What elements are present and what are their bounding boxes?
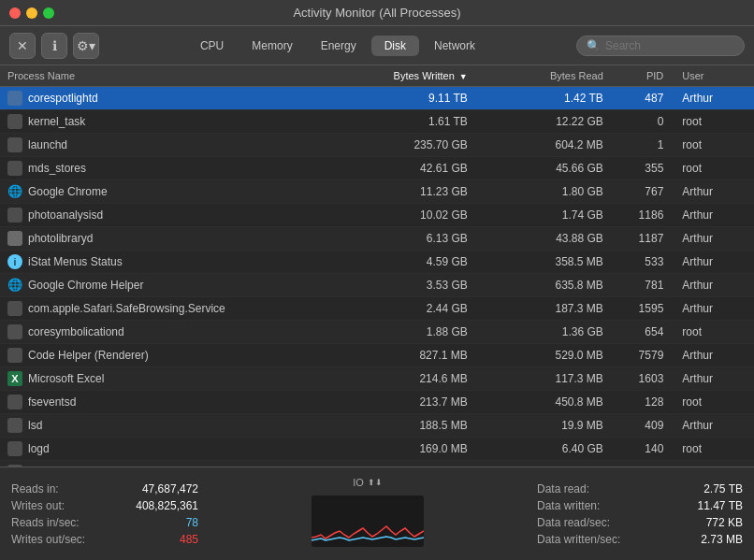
col-header-pid[interactable]: PID [611, 65, 671, 87]
process-name-cell: kernel_task [0, 110, 340, 134]
table-row[interactable]: com.apple.Safari.SafeBrowsing.Service 2.… [0, 297, 754, 321]
user-cell: Arthur [671, 204, 754, 227]
info-button[interactable]: ℹ [41, 33, 67, 59]
process-name-cell: launchd [0, 134, 340, 157]
table-row[interactable]: X Microsoft Excel 214.6 MB 117.3 MB 1603… [0, 367, 754, 391]
process-icon [7, 91, 22, 106]
bytes-written-cell: 169.0 MB [340, 438, 475, 461]
col-header-user[interactable]: User [671, 65, 754, 87]
table-row[interactable]: i iStat Menus Status 4.59 GB 358.5 MB 53… [0, 251, 754, 274]
bytes-read-cell: 1.74 GB [475, 204, 611, 227]
table-row[interactable]: Code Helper (Renderer) 827.1 MB 529.0 MB… [0, 344, 754, 367]
user-cell: root [671, 391, 754, 414]
table-row[interactable]: 🌐 Google Chrome 11.23 GB 1.80 GB 767 Art… [0, 180, 754, 204]
process-name: mds_stores [28, 162, 86, 175]
table-row[interactable]: mds_stores 42.61 GB 45.66 GB 355 root [0, 157, 754, 180]
table-row[interactable]: coresymbolicationd 1.88 GB 1.36 GB 654 r… [0, 321, 754, 344]
gear-button[interactable]: ⚙▾ [73, 33, 99, 59]
table-row[interactable]: logd 169.0 MB 6.40 GB 140 root [0, 438, 754, 461]
x-icon: ✕ [17, 38, 28, 53]
bytes-read-cell: 1.42 TB [475, 87, 611, 110]
search-input[interactable] [605, 39, 727, 52]
process-icon [7, 465, 22, 467]
maximize-button[interactable] [43, 7, 54, 19]
process-name: Google Chrome [28, 185, 108, 198]
process-cell: mds_stores [7, 161, 332, 176]
bytes-read-cell: 45.66 GB [475, 157, 611, 180]
process-name-cell: corespotlightd [0, 87, 340, 110]
chrome-icon: 🌐 [7, 184, 22, 199]
process-cell: coresymbolicationd [7, 324, 332, 339]
close-icon-btn[interactable]: ✕ [9, 33, 36, 59]
process-cell: logd [7, 441, 332, 456]
table-row[interactable]: 🌐 Google Chrome Helper 3.53 GB 635.8 MB … [0, 274, 754, 297]
col-header-process[interactable]: Process Name [0, 65, 340, 87]
istat-icon: i [7, 254, 22, 269]
bytes-read-cell: 43.88 GB [475, 227, 611, 251]
pid-cell: 767 [611, 180, 671, 204]
data-written-per-sec-value: 2.73 MB [701, 533, 743, 546]
process-name-cell: fseventsd [0, 391, 340, 414]
window-controls [9, 7, 54, 19]
user-cell: Arthur [671, 297, 754, 321]
process-name-cell: i iStat Menus Status [0, 251, 340, 274]
bytes-written-cell: 1.61 TB [340, 110, 475, 134]
process-name: kernel_task [28, 115, 85, 128]
process-cell: photolibraryd [7, 231, 332, 246]
tab-energy[interactable]: Energy [308, 36, 370, 56]
bottom-stats-left: Reads in: 47,687,472 Writes out: 408,825… [11, 482, 198, 546]
tab-memory[interactable]: Memory [239, 36, 305, 56]
user-cell: root [671, 134, 754, 157]
tab-disk[interactable]: Disk [371, 36, 419, 56]
bytes-written-cell: 6.13 GB [340, 227, 475, 251]
reads-in-label: Reads in: [11, 482, 59, 495]
table-row[interactable]: fseventsd 213.7 MB 450.8 MB 128 root [0, 391, 754, 414]
table-body: corespotlightd 9.11 TB 1.42 TB 487 Arthu… [0, 87, 754, 467]
pid-cell: 0 [611, 110, 671, 134]
chrome-icon: 🌐 [7, 278, 22, 293]
table-row[interactable]: photolibraryd 6.13 GB 43.88 GB 1187 Arth… [0, 227, 754, 251]
process-table-container[interactable]: Process Name Bytes Written ▼ Bytes Read … [0, 65, 754, 467]
process-icon [7, 324, 22, 339]
tab-cpu[interactable]: CPU [187, 36, 237, 56]
process-icon [7, 441, 22, 456]
col-header-bytes-read[interactable]: Bytes Read [475, 65, 611, 87]
process-cell: com.apple.Safari.SafeBrowsing.Service [7, 301, 332, 316]
data-read-per-sec-label: Data read/sec: [537, 516, 610, 529]
process-icon [7, 161, 22, 176]
table-row[interactable]: photoanalysisd 10.02 GB 1.74 GB 1186 Art… [0, 204, 754, 227]
process-name: com.apple.Safari.SafeBrowsing.Service [28, 302, 225, 315]
tab-network[interactable]: Network [421, 36, 488, 56]
bytes-written-cell: 213.7 MB [340, 391, 475, 414]
pid-cell: 7579 [611, 344, 671, 367]
process-name: lsd [28, 419, 42, 432]
process-name-cell: photolibraryd [0, 227, 340, 251]
io-label: IO ⬆⬇ [353, 477, 383, 488]
minimize-button[interactable] [26, 7, 37, 19]
bytes-read-cell: 6.40 GB [475, 438, 611, 461]
process-name-cell: mds_stores [0, 157, 340, 180]
table-row[interactable]: kernel_task 1.61 TB 12.22 GB 0 root [0, 110, 754, 134]
process-name: photolibraryd [28, 232, 93, 245]
io-chevron-icon: ⬆⬇ [368, 478, 383, 487]
bytes-read-cell: 604.2 MB [475, 134, 611, 157]
pid-cell: 1603 [611, 367, 671, 391]
process-cell: launchd [7, 137, 332, 152]
search-box[interactable]: 🔍 [576, 36, 745, 56]
bytes-written-cell: 188.5 MB [340, 414, 475, 438]
process-icon [7, 301, 22, 316]
process-icon [7, 418, 22, 433]
close-button[interactable] [9, 7, 21, 19]
bytes-read-cell: 1.80 GB [475, 180, 611, 204]
reads-in-row: Reads in: 47,687,472 [11, 482, 198, 495]
process-cell: fseventsd [7, 395, 332, 409]
table-row[interactable]: launchd 235.70 GB 604.2 MB 1 root [0, 134, 754, 157]
table-row[interactable]: corespotlightd 9.11 TB 1.42 TB 487 Arthu… [0, 87, 754, 110]
table-row[interactable]: lsd 188.5 MB 19.9 MB 409 Arthur [0, 414, 754, 438]
process-name: Code Helper (Renderer) [28, 349, 149, 362]
pid-cell: 1187 [611, 227, 671, 251]
process-icon [7, 137, 22, 152]
col-header-bytes-written[interactable]: Bytes Written ▼ [340, 65, 475, 87]
process-name-cell: 🌐 Google Chrome Helper [0, 274, 340, 297]
data-read-per-sec-value: 772 KB [706, 516, 743, 529]
